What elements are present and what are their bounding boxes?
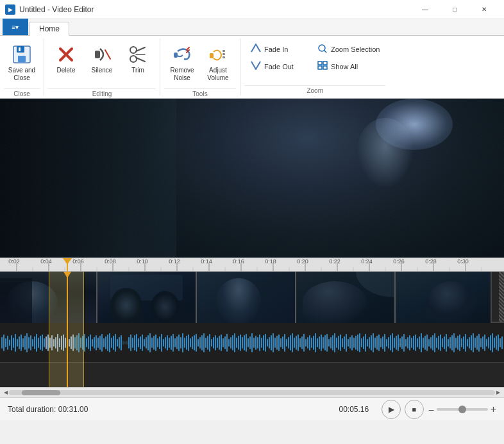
remove-noise-icon	[172, 44, 192, 65]
stop-button[interactable]: ■	[405, 400, 424, 419]
silence-button[interactable]: Silence	[85, 41, 119, 87]
svg-rect-155	[159, 336, 160, 349]
close-button[interactable]: ✕	[469, 0, 499, 19]
svg-rect-143	[136, 334, 137, 352]
timeline-scrollbar[interactable]: ◀ ▶	[0, 387, 504, 397]
svg-text:0:02: 0:02	[8, 258, 20, 265]
svg-rect-167	[182, 333, 183, 352]
show-all-button[interactable]: Show All	[312, 58, 384, 74]
timeline-empty	[0, 363, 504, 387]
svg-rect-251	[344, 336, 345, 349]
svg-rect-100	[53, 339, 55, 347]
volume-thumb[interactable]	[458, 406, 466, 413]
ribbon-group-zoom-content: Fade In Fade Out	[244, 38, 385, 85]
zoom-selection-button[interactable]: Zoom Selection	[312, 41, 384, 57]
svg-rect-220	[284, 334, 285, 352]
svg-rect-259	[359, 333, 360, 352]
delete-icon	[56, 44, 76, 65]
volume-minus-icon[interactable]: –	[429, 404, 434, 415]
svg-rect-92	[38, 338, 39, 348]
svg-rect-211	[267, 339, 268, 347]
svg-rect-227	[298, 334, 299, 351]
svg-rect-299	[436, 338, 437, 348]
svg-rect-14	[210, 53, 214, 58]
play-button[interactable]: ▶	[382, 400, 401, 419]
timeline-ruler[interactable]: // Rendered inline via SVG text below 0:…	[0, 258, 504, 272]
svg-rect-325	[486, 339, 487, 347]
svg-rect-74	[3, 334, 4, 351]
svg-rect-240	[323, 337, 324, 349]
svg-rect-272	[384, 334, 385, 352]
tab-home[interactable]: Home	[29, 22, 69, 36]
volume-slider[interactable]	[437, 408, 488, 411]
svg-rect-163	[174, 338, 176, 347]
app-menu-button[interactable]: ≡▾	[3, 19, 28, 35]
svg-rect-138	[126, 341, 128, 345]
svg-rect-179	[205, 338, 206, 348]
remove-noise-label: RemoveNoise	[170, 67, 194, 82]
svg-rect-198	[242, 337, 243, 349]
svg-rect-238	[319, 336, 320, 349]
svg-rect-301	[440, 334, 441, 351]
window-controls: — □ ✕	[410, 0, 499, 19]
timeline-area	[0, 272, 504, 387]
svg-rect-283	[405, 339, 407, 347]
svg-rect-297	[432, 335, 433, 350]
svg-rect-306	[449, 337, 451, 349]
svg-rect-177	[201, 335, 203, 350]
svg-rect-157	[163, 339, 164, 347]
volume-plus-icon[interactable]: +	[491, 404, 496, 415]
svg-rect-265	[371, 335, 372, 350]
volume-area: – +	[429, 404, 496, 415]
svg-rect-105	[63, 334, 64, 351]
svg-rect-188	[223, 338, 224, 347]
silence-icon	[92, 44, 112, 65]
svg-rect-152	[153, 336, 155, 350]
svg-rect-80	[15, 334, 16, 352]
ribbon-group-close-content: Save andClose	[4, 38, 40, 88]
svg-rect-83	[21, 334, 22, 351]
zoom-group-label: Zoom	[244, 85, 385, 95]
svg-rect-246	[334, 333, 335, 352]
delete-button[interactable]: Delete	[49, 41, 83, 87]
svg-rect-280	[399, 338, 401, 347]
save-close-button[interactable]: Save andClose	[5, 41, 38, 87]
svg-rect-212	[269, 337, 270, 349]
svg-rect-328	[492, 333, 493, 352]
adjust-volume-button[interactable]: AdjustVolume	[201, 41, 235, 87]
svg-rect-295	[428, 339, 430, 347]
svg-rect-156	[161, 334, 162, 352]
svg-rect-331	[498, 334, 499, 351]
fade-in-button[interactable]: Fade In	[246, 41, 310, 57]
svg-rect-267	[374, 338, 376, 348]
scrollbar-track[interactable]	[9, 390, 495, 395]
svg-rect-142	[134, 335, 135, 350]
svg-rect-106	[65, 338, 66, 348]
svg-rect-182	[211, 339, 212, 347]
svg-rect-81	[17, 339, 18, 347]
svg-rect-200	[246, 334, 247, 352]
svg-rect-173	[194, 335, 195, 350]
svg-rect-230	[303, 334, 305, 352]
svg-rect-216	[276, 336, 278, 350]
minimize-button[interactable]: —	[410, 0, 440, 19]
svg-rect-278	[396, 336, 397, 350]
svg-rect-276	[392, 333, 393, 352]
fade-out-button[interactable]: Fade Out	[246, 58, 310, 74]
svg-text:0:22: 0:22	[329, 258, 340, 265]
scroll-left-arrow[interactable]: ◀	[3, 390, 9, 395]
maximize-button[interactable]: □	[440, 0, 469, 19]
svg-rect-98	[49, 338, 51, 348]
scrollbar-thumb[interactable]	[22, 390, 60, 395]
trim-button[interactable]: Trim	[121, 41, 155, 87]
scroll-right-arrow[interactable]: ▶	[495, 390, 501, 395]
title-bar: ▶ Untitled - Video Editor — □ ✕	[0, 0, 504, 19]
svg-rect-203	[251, 333, 253, 352]
editing-group-label: Editing	[48, 88, 156, 99]
svg-rect-141	[132, 338, 133, 348]
svg-rect-147	[144, 339, 145, 347]
svg-rect-291	[421, 333, 422, 352]
remove-noise-button[interactable]: RemoveNoise	[165, 41, 199, 87]
svg-rect-264	[369, 337, 370, 349]
svg-rect-245	[332, 335, 333, 350]
